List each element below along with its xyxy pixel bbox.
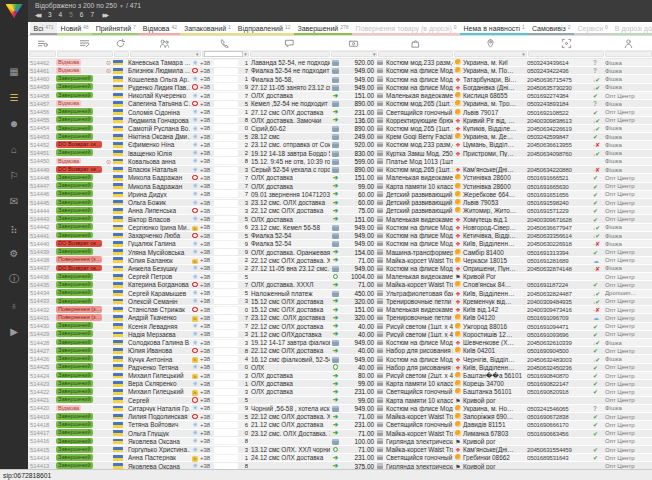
- tab-return-transit[interactable]: Повернення товару (в дорозі)0: [352, 22, 460, 35]
- table-row[interactable]: 514453 Завершений Нікітіна Оксана Дми… ✳…: [28, 133, 652, 141]
- order-source: Опт Центр: [605, 183, 652, 189]
- phone-column-header[interactable]: [200, 36, 248, 50]
- call-count: 7: [240, 183, 248, 189]
- table-row[interactable]: 514454 Завершений Самотій Руслана Во… ✳ …: [28, 125, 652, 133]
- address-filter[interactable]: ▾: [454, 51, 527, 57]
- web-icon[interactable]: ♁: [0, 292, 28, 318]
- pager-page-5[interactable]: 5: [69, 10, 73, 20]
- payment-filter[interactable]: ▾: [331, 51, 377, 57]
- tab-on-way-home[interactable]: В дорозі додому0: [611, 22, 652, 35]
- table-row[interactable]: 514450 Відмова ⊙ Ковальова анна ✳ +38 8 …: [28, 158, 652, 166]
- product-name: Ультрафиолетовая бактерицид: [386, 290, 453, 297]
- page-size-caret-icon[interactable]: ▼: [119, 3, 124, 9]
- status-badge: Завершений: [56, 174, 93, 181]
- table-row[interactable]: 514441 Завершений Захарченко Люба +38 5 …: [28, 232, 652, 240]
- order-id: 514426: [28, 356, 56, 362]
- table-row[interactable]: 514452 DO Возврат ок… Єфименко Ніна ✳ +3…: [28, 141, 652, 149]
- phone-filter[interactable]: ▾: [202, 51, 249, 57]
- table-row[interactable]: 514462 Відмова ⊙ Каневська Тамара … ✳ +3…: [28, 59, 652, 67]
- pager-page-6[interactable]: 6: [80, 10, 84, 20]
- tab-accepted[interactable]: Прийнятий7: [92, 22, 139, 35]
- address-column-header[interactable]: [453, 36, 527, 50]
- tab-refused[interactable]: Відмова42: [139, 22, 180, 35]
- table-row[interactable]: 514429 Завершений Надія Мерзаєва ✳ +38 3…: [28, 331, 652, 339]
- ukraine-flag-icon: [113, 422, 123, 428]
- money-transfer-icon: ➔: [333, 108, 338, 115]
- customers-icon[interactable]: ☻: [0, 110, 28, 136]
- tab-services[interactable]: Сервіси0: [574, 22, 611, 35]
- dashboard-icon[interactable]: ▦: [0, 58, 28, 84]
- customer-name: Юлия Баланюк: [128, 257, 190, 264]
- phone-prefix: +38: [200, 405, 214, 411]
- table-row[interactable]: 514455 Завершений Людмила Гончарова ✳ +3…: [28, 117, 652, 125]
- comment-column-header[interactable]: [248, 36, 330, 50]
- tab-shipped[interactable]: Відправлений12: [234, 22, 294, 35]
- table-row[interactable]: 514416 Завершений Яковлева Оксана ✳ +38 …: [28, 438, 652, 446]
- table-row[interactable]: 514427 Завершений Юлия Иванова +38 8 22.…: [28, 347, 652, 355]
- phone-filter-input[interactable]: [204, 51, 244, 57]
- phone-prefix: +38: [200, 125, 214, 131]
- info-icon[interactable]: ⓘ: [0, 266, 28, 292]
- products-tags-icon[interactable]: ⚐: [0, 162, 28, 188]
- table-row[interactable]: 514443 Завершений Віктор Власов ✳ +38 5 …: [28, 215, 652, 223]
- tracking-filter[interactable]: [528, 51, 605, 57]
- pager-page-4[interactable]: 4: [59, 10, 63, 20]
- app-logo-icon[interactable]: [6, 4, 23, 18]
- table-row[interactable]: 514437 DO Возврат ок… Анжела Безушку ✳ +…: [28, 265, 652, 273]
- delivery-address: Житомир, Жито…: [463, 207, 527, 214]
- pager-last-button[interactable]: ▶▶: [103, 10, 107, 20]
- table-row[interactable]: 514460 Завершений Кошелева Ольга Ар… ✳ +…: [28, 75, 652, 83]
- order-id: 514421: [28, 397, 56, 403]
- tab-all[interactable]: Всі471: [30, 22, 57, 35]
- product-name: Майка-корсет Waist Trainer *142: [386, 413, 453, 420]
- table-row[interactable]: 514417 Завершений Ольга Глущук ✳ +38 0 2…: [28, 430, 652, 438]
- flags-column-header[interactable]: [113, 36, 128, 50]
- tracking-status-icon: ?: [592, 67, 605, 74]
- operator-icon: [190, 84, 200, 91]
- mailing-icon[interactable]: ✉: [0, 188, 28, 214]
- carrier-icon: ❖: [453, 84, 463, 91]
- video-icon[interactable]: ▶: [0, 318, 28, 344]
- tab-out-of-stock[interactable]: Нема в наявності1: [460, 22, 528, 35]
- manager-column-header[interactable]: [605, 36, 652, 50]
- tab-new[interactable]: Новий48: [57, 22, 92, 35]
- payment-icon: ➔: [330, 248, 341, 256]
- comment-filter[interactable]: [250, 51, 331, 57]
- statistics-icon[interactable]: ⣦: [0, 214, 28, 240]
- pager-page-7[interactable]: 7: [90, 10, 94, 20]
- tracking-number: 0501691096709: [527, 314, 592, 321]
- pager-page-3[interactable]: 3: [48, 10, 52, 20]
- table-row[interactable]: 514435 Завершений Катерина Богданова +38…: [28, 281, 652, 289]
- table-row[interactable]: 514458 Завершений Николай Кучеренко ✳ +3…: [28, 92, 652, 100]
- product-column-header[interactable]: [377, 36, 453, 50]
- table-row[interactable]: 514438 Повернення (з… Юлия Баланюк lc +3…: [28, 257, 652, 265]
- table-row[interactable]: 514426 Завершений Кучук Антоніна lc +38 …: [28, 355, 652, 363]
- payment-column-header[interactable]: [330, 36, 377, 50]
- status-column-header[interactable]: [56, 36, 113, 50]
- table-row[interactable]: 514421 Завершений Сергей +38 5 ➔ 99.00 К…: [28, 397, 652, 405]
- tab-pickup[interactable]: Самовивіз2: [528, 22, 574, 35]
- tab-packed[interactable]: Запакований1: [180, 22, 234, 35]
- manager-filter[interactable]: [605, 51, 651, 57]
- product-name: Костюм на флисе Мод 1014 (1ш: [386, 224, 453, 231]
- table-row[interactable]: 514442 Завершений Сергіюнко Ірина Ми… lc…: [28, 224, 652, 232]
- order-id-column-header[interactable]: [28, 36, 56, 50]
- table-row[interactable]: 514451 Завершений Іващенко Юлія ✳ +38 2 …: [28, 150, 652, 158]
- pager-first-button[interactable]: ◀◀: [35, 10, 39, 20]
- tracking-column-header[interactable]: [527, 36, 605, 50]
- tab-done[interactable]: Завершений278: [294, 22, 352, 35]
- settings-icon[interactable]: ⚙: [0, 240, 28, 266]
- flags-filter[interactable]: [114, 51, 129, 57]
- status-filter[interactable]: [57, 51, 113, 57]
- order-id-filter[interactable]: [29, 51, 57, 57]
- company-icon[interactable]: ⌂: [0, 136, 28, 162]
- tracking-number: 0501690663456: [527, 430, 592, 437]
- operator-icon: ✳: [190, 421, 200, 429]
- customer-column-header[interactable]: [128, 36, 200, 50]
- orders-icon[interactable]: ☰: [0, 84, 28, 110]
- customer-name: Анна Пастернак: [128, 454, 190, 461]
- product-filter[interactable]: [378, 51, 453, 57]
- customer-filter[interactable]: ▾: [130, 51, 201, 57]
- ukraine-flag-icon: [113, 414, 123, 420]
- table-row[interactable]: 514461 Відмова ⊙ Близнюк Людмила … +38 7…: [28, 67, 652, 75]
